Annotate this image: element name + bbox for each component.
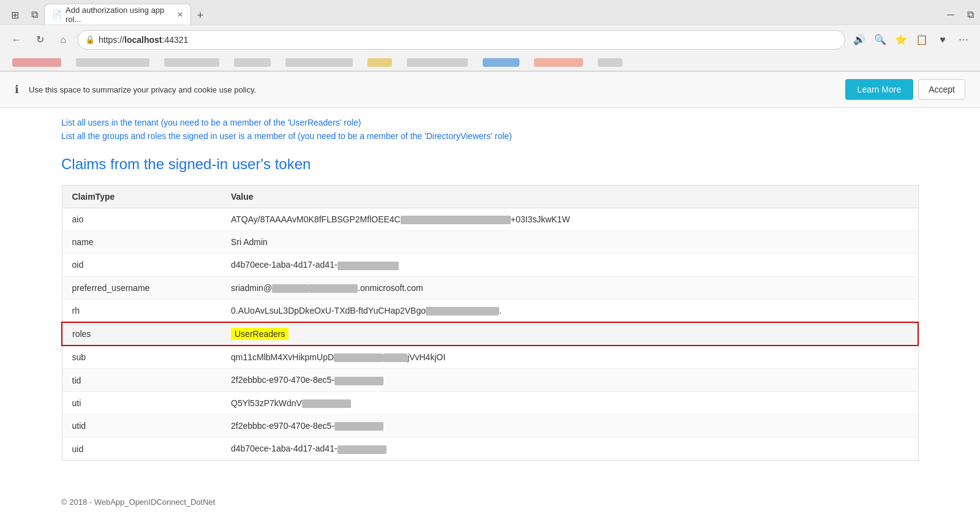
claim-type-cell: preferred_username bbox=[62, 276, 221, 299]
claim-type-cell: uid bbox=[62, 437, 221, 460]
bookmark-7[interactable] bbox=[402, 55, 473, 69]
footer-text: © 2018 - WebApp_OpenIDConnect_DotNet bbox=[61, 497, 215, 507]
claim-type-cell: rh bbox=[62, 299, 221, 322]
bookmark-4[interactable] bbox=[229, 55, 276, 69]
url-port: :44321 bbox=[162, 35, 189, 45]
table-row: preferred_username sriadmin@ .onmicrosof… bbox=[62, 276, 918, 299]
claim-value-cell: ATQAy/8TAAAAvM0K8fFLBSGP2MflOEE4C +03I3s… bbox=[221, 208, 918, 231]
address-bar[interactable]: 🔒 https://localhost:44321 bbox=[77, 30, 845, 50]
claim-value-cell: 2f2ebbbc-e970-470e-8ec5- bbox=[221, 369, 918, 391]
new-tab-button[interactable]: + bbox=[191, 6, 209, 25]
groups-link[interactable]: List all the groups and roles the signed… bbox=[61, 131, 919, 141]
roles-claim-type-cell: roles bbox=[62, 322, 221, 346]
roles-row: roles UserReaders bbox=[62, 322, 918, 346]
users-link[interactable]: List all users in the tenant (you need t… bbox=[61, 118, 919, 127]
claim-type-header: ClaimType bbox=[62, 186, 221, 208]
links-section: List all users in the tenant (you need t… bbox=[61, 118, 919, 141]
claim-type-cell: sub bbox=[62, 346, 221, 369]
bookmark-10[interactable] bbox=[593, 55, 627, 69]
claim-type-cell: uti bbox=[62, 391, 221, 414]
table-row: uti Q5Yl53zP7kWdnV bbox=[62, 391, 918, 414]
table-body: aio ATQAy/8TAAAAvM0K8fFLBSGP2MflOEE4C +0… bbox=[62, 208, 918, 461]
value-header: Value bbox=[221, 186, 918, 208]
reload-button[interactable]: ↻ bbox=[31, 31, 49, 49]
nav-actions: 🔊 🔍 ⭐ 📋 ♥ ⋯ bbox=[850, 31, 973, 49]
accept-button[interactable]: Accept bbox=[918, 79, 965, 100]
url-text: https://localhost:44321 bbox=[99, 35, 837, 45]
table-row: rh 0.AUoAvLsuL3DpDkeOxU-TXdB-ftdYuCHap2V… bbox=[62, 299, 918, 322]
claim-type-cell: utid bbox=[62, 415, 221, 437]
tab-bar: ⊞ ⧉ 📄 Add authorization using app rol...… bbox=[0, 0, 980, 25]
browser-menu-icon[interactable]: ⊞ bbox=[5, 5, 24, 25]
table-row: sub qm11cMlbM4XvHikpmUpD jVvH4kjOI bbox=[62, 346, 918, 369]
roles-value-highlight: UserReaders bbox=[231, 328, 288, 340]
table-row: name Sri Admin bbox=[62, 231, 918, 254]
main-content: List all users in the tenant (you need t… bbox=[0, 108, 980, 485]
footer: © 2018 - WebApp_OpenIDConnect_DotNet bbox=[0, 485, 980, 514]
claim-value-cell: 2f2ebbbc-e970-470e-8ec5- bbox=[221, 415, 918, 437]
claim-value-cell: Q5Yl53zP7kWdnV bbox=[221, 391, 918, 414]
table-header-row: ClaimType Value bbox=[62, 186, 918, 208]
table-row: tid 2f2ebbbc-e970-470e-8ec5- bbox=[62, 369, 918, 391]
minimize-button[interactable]: ─ bbox=[941, 5, 960, 25]
claim-value-cell: sriadmin@ .onmicrosoft.com bbox=[221, 276, 918, 299]
zoom-icon[interactable]: 🔍 bbox=[871, 31, 889, 49]
navigation-bar: ← ↻ ⌂ 🔒 https://localhost:44321 🔊 🔍 ⭐ 📋 … bbox=[0, 25, 980, 54]
cookie-actions: Learn More Accept bbox=[845, 79, 965, 100]
favorites-icon[interactable]: ⭐ bbox=[892, 31, 910, 49]
table-row: utid 2f2ebbbc-e970-470e-8ec5- bbox=[62, 415, 918, 437]
bookmark-2[interactable] bbox=[71, 55, 154, 69]
tab-title: Add authorization using app rol... bbox=[66, 6, 173, 24]
claim-value-cell: qm11cMlbM4XvHikpmUpD jVvH4kjOI bbox=[221, 346, 918, 369]
settings-icon[interactable]: ⋯ bbox=[954, 31, 973, 49]
bookmark-1[interactable] bbox=[7, 55, 66, 69]
profile-icon[interactable]: ♥ bbox=[933, 31, 952, 49]
section-title: Claims from the signed-in user's token bbox=[61, 156, 919, 173]
claim-value-cell: Sri Admin bbox=[221, 231, 918, 254]
table-row: aio ATQAy/8TAAAAvM0K8fFLBSGP2MflOEE4C +0… bbox=[62, 208, 918, 231]
bookmark-9[interactable] bbox=[529, 55, 588, 69]
table-row: oid d4b70ece-1aba-4d17-ad41- bbox=[62, 254, 918, 276]
cookie-info-icon: ℹ bbox=[15, 83, 19, 96]
url-protocol: https:// bbox=[99, 35, 124, 45]
roles-claim-value-cell: UserReaders bbox=[221, 322, 918, 346]
claim-value-cell: d4b70ece-1aba-4d17-ad41- bbox=[221, 254, 918, 276]
page-content: ℹ Use this space to summarize your priva… bbox=[0, 72, 980, 514]
extensions-icon[interactable]: ⧉ bbox=[24, 5, 44, 25]
active-tab[interactable]: 📄 Add authorization using app rol... ✕ bbox=[44, 4, 191, 25]
bookmarks-bar bbox=[0, 54, 980, 71]
claim-type-cell: name bbox=[62, 231, 221, 254]
bookmark-3[interactable] bbox=[159, 55, 224, 69]
back-button[interactable]: ← bbox=[7, 31, 26, 49]
claim-value-cell: 0.AUoAvLsuL3DpDkeOxU-TXdB-ftdYuCHap2VBgo… bbox=[221, 299, 918, 322]
lock-icon: 🔒 bbox=[85, 35, 95, 44]
claim-type-cell: aio bbox=[62, 208, 221, 231]
bookmark-6[interactable] bbox=[363, 55, 397, 69]
claim-value-cell: d4b70ece-1aba-4d17-ad41- bbox=[221, 437, 918, 460]
restore-button[interactable]: ⧉ bbox=[960, 5, 980, 25]
tab-favicon: 📄 bbox=[52, 10, 62, 19]
claims-table: ClaimType Value aio ATQAy/8TAAAAvM0K8fFL… bbox=[61, 185, 919, 461]
tab-close-button[interactable]: ✕ bbox=[177, 10, 183, 19]
table-header: ClaimType Value bbox=[62, 186, 918, 208]
table-row: uid d4b70ece-1aba-4d17-ad41- bbox=[62, 437, 918, 460]
browser-chrome: ⊞ ⧉ 📄 Add authorization using app rol...… bbox=[0, 0, 980, 72]
collections-icon[interactable]: 📋 bbox=[913, 31, 931, 49]
home-button[interactable]: ⌂ bbox=[54, 31, 72, 49]
claim-type-cell: oid bbox=[62, 254, 221, 276]
claim-type-cell: tid bbox=[62, 369, 221, 391]
cookie-banner-text: Use this space to summarize your privacy… bbox=[29, 85, 835, 94]
read-aloud-icon[interactable]: 🔊 bbox=[850, 31, 869, 49]
url-host: localhost bbox=[124, 35, 162, 45]
cookie-banner: ℹ Use this space to summarize your priva… bbox=[0, 72, 980, 108]
bookmark-5[interactable] bbox=[281, 55, 358, 69]
bookmark-8[interactable] bbox=[478, 55, 524, 69]
learn-more-button[interactable]: Learn More bbox=[845, 79, 914, 100]
